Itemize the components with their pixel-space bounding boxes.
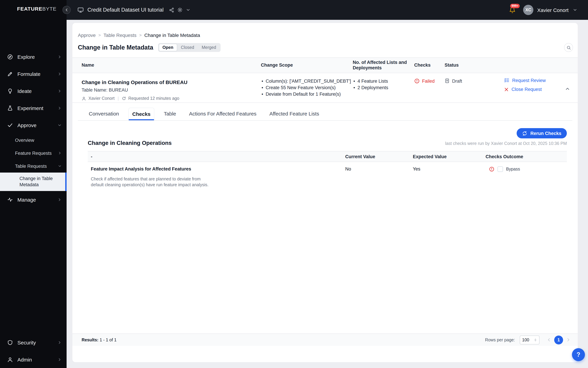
checklist-icon [504,78,509,83]
help-button[interactable]: ? [572,348,585,361]
breadcrumb-approve[interactable]: Approve [78,32,96,38]
rows-per-page-value: 100 [522,337,529,342]
filter-closed[interactable]: Closed [177,44,198,51]
column-affected: No. of Affected Lists and Deployments [353,58,414,73]
panel-title: Change in Cleaning Operations [88,140,172,146]
chevron-right-icon [57,357,62,362]
brand-byte: BYTE [42,6,56,12]
request-review-label: Request Review [512,78,546,83]
chevron-right-icon [57,340,62,345]
pagination: 1 [546,335,571,344]
user-menu-chevron-down-icon[interactable] [573,8,577,12]
sidebar-item-label: Explore [18,54,35,60]
scope-item: Deviate from Default for 1 Feature(s) [261,91,353,97]
column-status: Status [445,58,504,73]
tab-conversation[interactable]: Conversation [85,108,122,120]
sidebar-item-experiment[interactable]: Experiment [0,100,67,117]
brand-logo[interactable]: FEATUREBYTE [6,4,56,13]
rows-per-page-select[interactable]: 100 [520,335,540,344]
column-current-value: Current Value [345,151,413,162]
results-value: 1 - 1 of 1 [100,337,117,342]
featurebyte-logo-icon [6,4,15,13]
shield-icon [7,340,13,345]
rerun-icon [522,131,527,136]
scope-item: Create 55 New Feature Version(s) [261,84,353,91]
bypass-checkbox[interactable] [498,166,503,172]
search-button[interactable] [564,43,573,52]
row-collapse-button[interactable] [565,86,570,92]
error-circle-icon [414,78,420,84]
status-badge: Draft [452,78,462,84]
breadcrumb-table-requests[interactable]: Table Requests [103,32,136,38]
content-card: Approve > Table Requests > Change in Tab… [72,23,578,363]
notification-badge: 999+ [510,4,520,8]
page-title: Change in Table Metadata [78,44,153,51]
results-count: Results: 1 - 1 of 1 [82,337,116,342]
check-description: Check if affected features that are plan… [91,176,210,188]
page-1-button[interactable]: 1 [554,335,563,344]
filter-open[interactable]: Open [159,44,177,51]
sidebar-item-label: Manage [18,197,36,202]
sidebar-item-approve[interactable]: Approve [0,117,67,134]
request-row: Change in Cleaning Operations of BUREAU … [72,73,578,103]
rerun-checks-label: Rerun Checks [530,131,561,136]
filter-merged[interactable]: Merged [198,44,220,51]
tab-checks[interactable]: Checks [129,108,154,120]
main-content: Approve > Table Requests > Change in Tab… [67,20,588,368]
project-chevron-down-icon[interactable] [186,8,191,12]
sidebar-item-overview[interactable]: Overview [0,134,67,147]
title-row: Change in Table Metadata Open Closed Mer… [72,43,578,52]
tab-table[interactable]: Table [160,108,180,120]
sidebar-item-label: Formulate [18,71,40,77]
sidebar-item-manage[interactable]: Manage [0,191,67,208]
pencil-icon [7,71,13,77]
detail-tabs: Conversation Checks Table Actions For Af… [78,108,572,121]
breadcrumb-separator: > [98,33,101,37]
app: FEATUREBYTE Explore Formulate Ideate Exp… [0,0,588,368]
last-run-text: last checks were run by Xavier Conort at… [445,141,567,146]
affected-item: 4 Feature Lists [353,78,414,84]
sidebar-item-change-in-table-metadata[interactable]: Change in Table Metadata [0,173,67,191]
check-name: Feature Impact Analysis for Affected Fea… [91,166,345,172]
column-checks: Checks [414,58,445,73]
sidebar-item-explore[interactable]: Explore [0,48,67,65]
chevron-right-icon [57,106,62,110]
sidebar-item-ideate[interactable]: Ideate [0,82,67,100]
sidebar: FEATUREBYTE Explore Formulate Ideate Exp… [0,0,67,368]
share-icon[interactable] [169,7,174,12]
request-title[interactable]: Change in Cleaning Operations of BUREAU [82,79,254,85]
sidebar-item-label: Admin [18,357,32,362]
sidebar-item-feature-requests[interactable]: Feature Requests [0,147,67,160]
sidebar-collapse-button[interactable] [62,6,71,14]
sidebar-item-label: Experiment [18,105,43,111]
notifications-button[interactable]: 999+ [509,7,516,13]
sidebar-item-security[interactable]: Security [0,334,67,351]
top-bar-right: 999+ XC Xavier Conort [509,5,580,15]
x-icon [504,87,509,92]
person-icon [82,96,86,101]
rerun-checks-button[interactable]: Rerun Checks [517,128,567,138]
status-filter: Open Closed Merged [158,43,221,52]
sidebar-bottom: Security Admin [0,334,67,368]
tab-actions-for-affected-features[interactable]: Actions For Affected Features [186,108,260,120]
prev-page-button[interactable] [546,337,552,342]
next-page-button[interactable] [566,337,571,342]
avatar[interactable]: XC [523,5,534,15]
checks-table-header: - Current Value Expected Value Checks Ou… [88,151,567,162]
lightbulb-icon [7,88,13,94]
gear-icon[interactable] [177,7,183,13]
actions-cell: Request Review Close Request [504,73,578,102]
sidebar-item-table-requests[interactable]: Table Requests [0,160,67,173]
request-review-button[interactable]: Request Review [504,78,578,83]
request-name-cell: Change in Cleaning Operations of BUREAU … [72,73,261,102]
sidebar-item-formulate[interactable]: Formulate [0,65,67,82]
checks-outcome-cell: Bypass [486,166,567,172]
sidebar-item-admin[interactable]: Admin [0,351,67,368]
affected-item: 2 Deployments [353,84,414,91]
column-dash: - [88,151,345,162]
chevron-up-icon [565,86,570,92]
user-name: Xavier Conort [537,7,569,13]
column-name: Name [72,58,261,73]
tab-affected-feature-lists[interactable]: Affected Feature Lists [266,108,322,120]
breadcrumb-current: Change in Table Metadata [144,32,200,38]
